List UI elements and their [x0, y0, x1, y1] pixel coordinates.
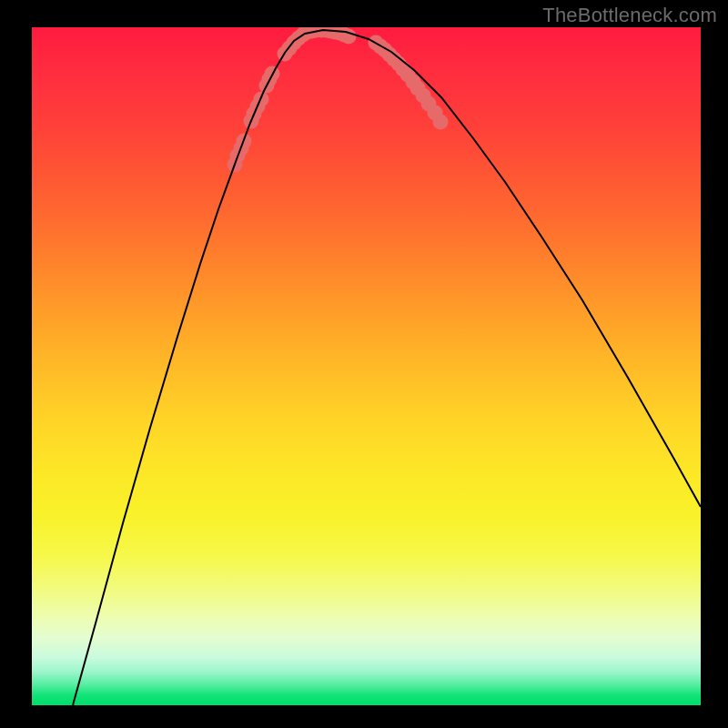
bottleneck-curve — [73, 30, 701, 705]
curve-svg — [32, 27, 701, 705]
plot-area — [32, 27, 701, 705]
chart-frame: TheBottleneck.com — [0, 0, 728, 728]
right-dots-point — [433, 115, 449, 130]
watermark-text: TheBottleneck.com — [542, 4, 717, 27]
